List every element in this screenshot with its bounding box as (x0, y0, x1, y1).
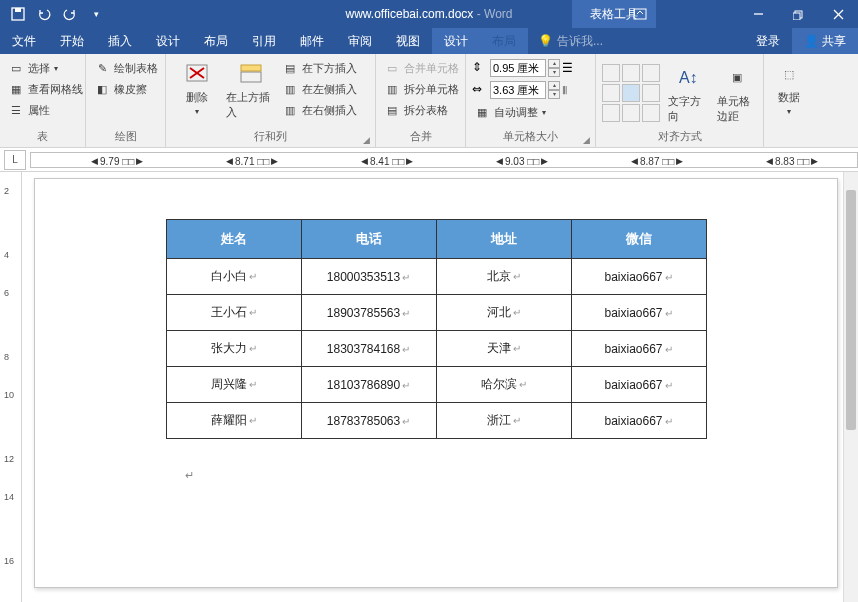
table-row[interactable]: 周兴隆↵18103786890↵哈尔滨↵baixiao667↵ (166, 367, 706, 403)
table-cell[interactable]: 哈尔滨↵ (436, 367, 571, 403)
properties-button[interactable]: ☰属性 (6, 100, 85, 120)
cursor-icon: ▭ (8, 60, 24, 76)
tab-view[interactable]: 视图 (384, 28, 432, 54)
lightbulb-icon: 💡 (538, 34, 553, 48)
tab-design[interactable]: 设计 (144, 28, 192, 54)
undo-icon[interactable] (32, 3, 56, 25)
tab-table-layout[interactable]: 布局 (480, 28, 528, 54)
insert-above-button[interactable]: 在上方插入 (226, 58, 276, 120)
table-cell[interactable]: baixiao667↵ (571, 259, 706, 295)
cell-margins-icon: ▣ (721, 64, 753, 92)
select-button[interactable]: ▭选择 ▾ (6, 58, 85, 78)
autofit-icon: ▦ (474, 104, 490, 120)
width-spinner[interactable]: ▴▾ (548, 81, 560, 99)
header-cell[interactable]: 姓名 (166, 220, 301, 259)
horizontal-ruler[interactable]: L ◀9.79 □□▶ ◀8.71 □□▶ ◀8.41 □□▶ ◀9.03 □□… (0, 148, 858, 172)
merge-cells-button: ▭合并单元格 (382, 58, 461, 78)
insert-above-icon (235, 60, 267, 88)
insert-below-button[interactable]: ▤在下方插入 (280, 58, 359, 78)
table-cell[interactable]: 河北↵ (436, 295, 571, 331)
distribute-cols-icon[interactable]: ⫴ (562, 83, 567, 97)
view-gridlines-button[interactable]: ▦查看网格线 (6, 79, 85, 99)
table-cell[interactable]: 18783785063↵ (301, 403, 436, 439)
distribute-rows-icon[interactable]: ☰ (562, 61, 573, 75)
cell-alignment-grid[interactable] (602, 64, 660, 122)
grid-icon: ▦ (8, 81, 24, 97)
close-button[interactable] (818, 0, 858, 28)
scrollbar-thumb[interactable] (846, 190, 856, 430)
split-table-button[interactable]: ▤拆分表格 (382, 100, 461, 120)
qat-customize-icon[interactable]: ▾ (84, 3, 108, 25)
split-cells-button[interactable]: ▥拆分单元格 (382, 79, 461, 99)
row-height-input[interactable] (490, 59, 546, 77)
tab-file[interactable]: 文件 (0, 28, 48, 54)
document-page[interactable]: 姓名 电话 地址 微信 白小白↵18000353513↵北京↵baixiao66… (34, 178, 838, 588)
table-header-row[interactable]: 姓名 电话 地址 微信 (166, 220, 706, 259)
tab-home[interactable]: 开始 (48, 28, 96, 54)
vertical-ruler[interactable]: 2 4 6 8 10 12 14 16 (0, 172, 22, 602)
group-label: 表 (6, 127, 79, 147)
tab-mailings[interactable]: 邮件 (288, 28, 336, 54)
merge-icon: ▭ (384, 60, 400, 76)
tab-layout[interactable]: 布局 (192, 28, 240, 54)
table-cell[interactable]: 周兴隆↵ (166, 367, 301, 403)
table-cell[interactable]: baixiao667↵ (571, 403, 706, 439)
eraser-icon: ◧ (94, 81, 110, 97)
eraser-button[interactable]: ◧橡皮擦 (92, 79, 160, 99)
table-cell[interactable]: baixiao667↵ (571, 295, 706, 331)
table-cell[interactable]: baixiao667↵ (571, 367, 706, 403)
pencil-icon: ✎ (94, 60, 110, 76)
ribbon-group-data: ⬚ 数据▾ (764, 54, 814, 147)
insert-left-button[interactable]: ▥在左侧插入 (280, 79, 359, 99)
login-button[interactable]: 登录 (744, 28, 792, 54)
vertical-scrollbar[interactable] (843, 172, 858, 602)
table-cell[interactable]: 18000353513↵ (301, 259, 436, 295)
data-button[interactable]: ⬚ 数据▾ (770, 58, 808, 116)
ribbon-group-draw: ✎绘制表格 ◧橡皮擦 绘图 (86, 54, 166, 147)
save-icon[interactable] (6, 3, 30, 25)
table-row[interactable]: 白小白↵18000353513↵北京↵baixiao667↵ (166, 259, 706, 295)
table-cell[interactable]: 北京↵ (436, 259, 571, 295)
header-cell[interactable]: 地址 (436, 220, 571, 259)
col-width-input[interactable] (490, 81, 546, 99)
table-cell[interactable]: 薛耀阳↵ (166, 403, 301, 439)
svg-rect-5 (793, 13, 800, 20)
header-cell[interactable]: 微信 (571, 220, 706, 259)
ruler-corner[interactable]: L (4, 150, 26, 170)
minimize-button[interactable] (738, 0, 778, 28)
tab-review[interactable]: 审阅 (336, 28, 384, 54)
table-cell[interactable]: 白小白↵ (166, 259, 301, 295)
delete-button[interactable]: 删除▾ (172, 58, 222, 116)
table-cell[interactable]: 18303784168↵ (301, 331, 436, 367)
table-row[interactable]: 王小石↵18903785563↵河北↵baixiao667↵ (166, 295, 706, 331)
insert-left-icon: ▥ (282, 81, 298, 97)
tab-references[interactable]: 引用 (240, 28, 288, 54)
table-cell[interactable]: 张大力↵ (166, 331, 301, 367)
tab-insert[interactable]: 插入 (96, 28, 144, 54)
table-cell[interactable]: 18903785563↵ (301, 295, 436, 331)
table-cell[interactable]: 天津↵ (436, 331, 571, 367)
table-cell[interactable]: 浙江↵ (436, 403, 571, 439)
ribbon-display-options-icon[interactable] (622, 0, 658, 28)
cell-margins-button[interactable]: ▣ 单元格边距 (717, 62, 758, 124)
tab-table-design[interactable]: 设计 (432, 28, 480, 54)
restore-button[interactable] (778, 0, 818, 28)
share-button[interactable]: 👤共享 (792, 28, 858, 54)
insert-right-button[interactable]: ▥在右侧插入 (280, 100, 359, 120)
header-cell[interactable]: 电话 (301, 220, 436, 259)
redo-icon[interactable] (58, 3, 82, 25)
table-row[interactable]: 薛耀阳↵18783785063↵浙江↵baixiao667↵ (166, 403, 706, 439)
autofit-button[interactable]: ▦自动调整 ▾ (472, 102, 573, 122)
table-cell[interactable]: baixiao667↵ (571, 331, 706, 367)
dialog-launcher-icon[interactable]: ◢ (361, 135, 371, 145)
split-cells-icon: ▥ (384, 81, 400, 97)
draw-table-button[interactable]: ✎绘制表格 (92, 58, 160, 78)
text-direction-button[interactable]: A↕ 文字方向 (668, 62, 709, 124)
dialog-launcher-icon[interactable]: ◢ (581, 135, 591, 145)
document-table[interactable]: 姓名 电话 地址 微信 白小白↵18000353513↵北京↵baixiao66… (166, 219, 707, 439)
table-cell[interactable]: 王小石↵ (166, 295, 301, 331)
tell-me-search[interactable]: 💡告诉我... (528, 33, 603, 50)
table-row[interactable]: 张大力↵18303784168↵天津↵baixiao667↵ (166, 331, 706, 367)
table-cell[interactable]: 18103786890↵ (301, 367, 436, 403)
height-spinner[interactable]: ▴▾ (548, 59, 560, 77)
